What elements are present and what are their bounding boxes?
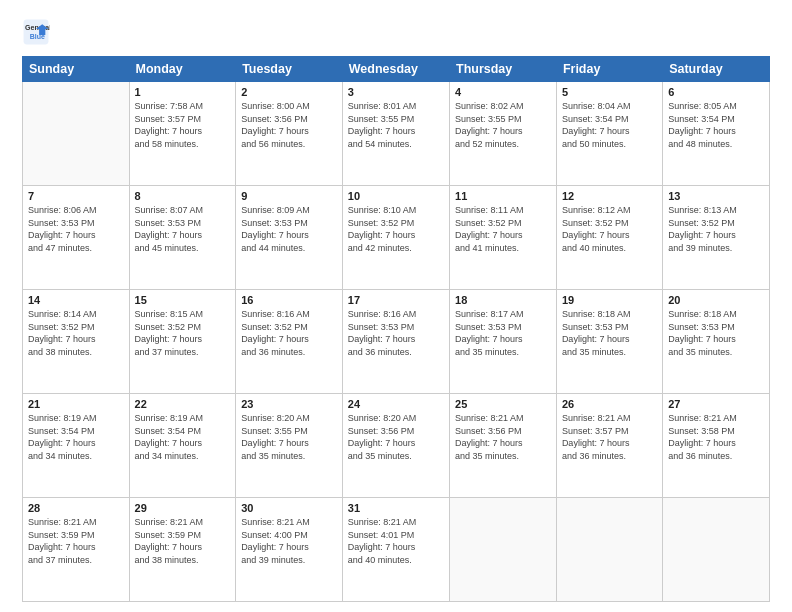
day-info: Sunrise: 8:02 AM Sunset: 3:55 PM Dayligh… — [455, 100, 551, 150]
calendar-cell: 19Sunrise: 8:18 AM Sunset: 3:53 PM Dayli… — [556, 290, 662, 394]
day-number: 17 — [348, 294, 444, 306]
week-row-1: 7Sunrise: 8:06 AM Sunset: 3:53 PM Daylig… — [23, 186, 770, 290]
calendar-cell: 18Sunrise: 8:17 AM Sunset: 3:53 PM Dayli… — [450, 290, 557, 394]
calendar-table: SundayMondayTuesdayWednesdayThursdayFrid… — [22, 56, 770, 602]
weekday-header-saturday: Saturday — [663, 57, 770, 82]
day-number: 4 — [455, 86, 551, 98]
day-info: Sunrise: 8:11 AM Sunset: 3:52 PM Dayligh… — [455, 204, 551, 254]
day-number: 21 — [28, 398, 124, 410]
calendar-cell: 30Sunrise: 8:21 AM Sunset: 4:00 PM Dayli… — [236, 498, 343, 602]
day-info: Sunrise: 8:16 AM Sunset: 3:53 PM Dayligh… — [348, 308, 444, 358]
calendar-cell: 12Sunrise: 8:12 AM Sunset: 3:52 PM Dayli… — [556, 186, 662, 290]
weekday-header-monday: Monday — [129, 57, 236, 82]
day-number: 24 — [348, 398, 444, 410]
day-number: 13 — [668, 190, 764, 202]
weekday-header-thursday: Thursday — [450, 57, 557, 82]
day-info: Sunrise: 8:21 AM Sunset: 3:59 PM Dayligh… — [28, 516, 124, 566]
day-number: 23 — [241, 398, 337, 410]
calendar-cell: 5Sunrise: 8:04 AM Sunset: 3:54 PM Daylig… — [556, 82, 662, 186]
calendar-cell — [450, 498, 557, 602]
logo-icon: General Blue — [22, 18, 50, 46]
weekday-header-sunday: Sunday — [23, 57, 130, 82]
calendar-cell: 28Sunrise: 8:21 AM Sunset: 3:59 PM Dayli… — [23, 498, 130, 602]
week-row-2: 14Sunrise: 8:14 AM Sunset: 3:52 PM Dayli… — [23, 290, 770, 394]
day-number: 12 — [562, 190, 657, 202]
calendar-cell: 14Sunrise: 8:14 AM Sunset: 3:52 PM Dayli… — [23, 290, 130, 394]
day-number: 25 — [455, 398, 551, 410]
calendar-cell: 15Sunrise: 8:15 AM Sunset: 3:52 PM Dayli… — [129, 290, 236, 394]
day-info: Sunrise: 8:07 AM Sunset: 3:53 PM Dayligh… — [135, 204, 231, 254]
day-info: Sunrise: 7:58 AM Sunset: 3:57 PM Dayligh… — [135, 100, 231, 150]
day-number: 14 — [28, 294, 124, 306]
weekday-header-friday: Friday — [556, 57, 662, 82]
calendar-cell: 20Sunrise: 8:18 AM Sunset: 3:53 PM Dayli… — [663, 290, 770, 394]
logo: General Blue — [22, 18, 54, 46]
day-info: Sunrise: 8:18 AM Sunset: 3:53 PM Dayligh… — [562, 308, 657, 358]
weekday-header-wednesday: Wednesday — [342, 57, 449, 82]
calendar-cell: 2Sunrise: 8:00 AM Sunset: 3:56 PM Daylig… — [236, 82, 343, 186]
day-info: Sunrise: 8:20 AM Sunset: 3:56 PM Dayligh… — [348, 412, 444, 462]
weekday-header-tuesday: Tuesday — [236, 57, 343, 82]
calendar-cell — [663, 498, 770, 602]
calendar-cell: 21Sunrise: 8:19 AM Sunset: 3:54 PM Dayli… — [23, 394, 130, 498]
day-number: 11 — [455, 190, 551, 202]
day-number: 1 — [135, 86, 231, 98]
calendar-cell: 22Sunrise: 8:19 AM Sunset: 3:54 PM Dayli… — [129, 394, 236, 498]
day-number: 19 — [562, 294, 657, 306]
calendar-cell: 29Sunrise: 8:21 AM Sunset: 3:59 PM Dayli… — [129, 498, 236, 602]
calendar-cell: 8Sunrise: 8:07 AM Sunset: 3:53 PM Daylig… — [129, 186, 236, 290]
day-info: Sunrise: 8:15 AM Sunset: 3:52 PM Dayligh… — [135, 308, 231, 358]
calendar-cell: 27Sunrise: 8:21 AM Sunset: 3:58 PM Dayli… — [663, 394, 770, 498]
day-number: 9 — [241, 190, 337, 202]
day-number: 15 — [135, 294, 231, 306]
day-number: 16 — [241, 294, 337, 306]
calendar-cell: 11Sunrise: 8:11 AM Sunset: 3:52 PM Dayli… — [450, 186, 557, 290]
header: General Blue — [22, 18, 770, 46]
day-info: Sunrise: 8:05 AM Sunset: 3:54 PM Dayligh… — [668, 100, 764, 150]
week-row-0: 1Sunrise: 7:58 AM Sunset: 3:57 PM Daylig… — [23, 82, 770, 186]
day-number: 30 — [241, 502, 337, 514]
day-info: Sunrise: 8:06 AM Sunset: 3:53 PM Dayligh… — [28, 204, 124, 254]
day-number: 22 — [135, 398, 231, 410]
day-info: Sunrise: 8:09 AM Sunset: 3:53 PM Dayligh… — [241, 204, 337, 254]
day-info: Sunrise: 8:12 AM Sunset: 3:52 PM Dayligh… — [562, 204, 657, 254]
day-info: Sunrise: 8:20 AM Sunset: 3:55 PM Dayligh… — [241, 412, 337, 462]
day-number: 2 — [241, 86, 337, 98]
calendar-cell: 1Sunrise: 7:58 AM Sunset: 3:57 PM Daylig… — [129, 82, 236, 186]
week-row-3: 21Sunrise: 8:19 AM Sunset: 3:54 PM Dayli… — [23, 394, 770, 498]
calendar-cell: 23Sunrise: 8:20 AM Sunset: 3:55 PM Dayli… — [236, 394, 343, 498]
day-info: Sunrise: 8:21 AM Sunset: 3:56 PM Dayligh… — [455, 412, 551, 462]
day-number: 18 — [455, 294, 551, 306]
calendar-cell: 31Sunrise: 8:21 AM Sunset: 4:01 PM Dayli… — [342, 498, 449, 602]
calendar-cell: 4Sunrise: 8:02 AM Sunset: 3:55 PM Daylig… — [450, 82, 557, 186]
calendar-cell: 10Sunrise: 8:10 AM Sunset: 3:52 PM Dayli… — [342, 186, 449, 290]
page: General Blue SundayMondayTuesdayWednesda… — [0, 0, 792, 612]
day-number: 29 — [135, 502, 231, 514]
day-number: 7 — [28, 190, 124, 202]
calendar-cell: 25Sunrise: 8:21 AM Sunset: 3:56 PM Dayli… — [450, 394, 557, 498]
calendar-cell: 7Sunrise: 8:06 AM Sunset: 3:53 PM Daylig… — [23, 186, 130, 290]
calendar-cell — [23, 82, 130, 186]
calendar-cell: 17Sunrise: 8:16 AM Sunset: 3:53 PM Dayli… — [342, 290, 449, 394]
day-info: Sunrise: 8:18 AM Sunset: 3:53 PM Dayligh… — [668, 308, 764, 358]
calendar-cell: 9Sunrise: 8:09 AM Sunset: 3:53 PM Daylig… — [236, 186, 343, 290]
day-number: 26 — [562, 398, 657, 410]
day-number: 10 — [348, 190, 444, 202]
day-info: Sunrise: 8:21 AM Sunset: 3:59 PM Dayligh… — [135, 516, 231, 566]
day-number: 8 — [135, 190, 231, 202]
day-number: 28 — [28, 502, 124, 514]
day-number: 20 — [668, 294, 764, 306]
day-info: Sunrise: 8:21 AM Sunset: 4:01 PM Dayligh… — [348, 516, 444, 566]
day-info: Sunrise: 8:04 AM Sunset: 3:54 PM Dayligh… — [562, 100, 657, 150]
calendar-cell — [556, 498, 662, 602]
week-row-4: 28Sunrise: 8:21 AM Sunset: 3:59 PM Dayli… — [23, 498, 770, 602]
day-number: 27 — [668, 398, 764, 410]
day-info: Sunrise: 8:21 AM Sunset: 4:00 PM Dayligh… — [241, 516, 337, 566]
weekday-header-row: SundayMondayTuesdayWednesdayThursdayFrid… — [23, 57, 770, 82]
day-info: Sunrise: 8:17 AM Sunset: 3:53 PM Dayligh… — [455, 308, 551, 358]
day-info: Sunrise: 8:21 AM Sunset: 3:57 PM Dayligh… — [562, 412, 657, 462]
day-number: 3 — [348, 86, 444, 98]
day-info: Sunrise: 8:16 AM Sunset: 3:52 PM Dayligh… — [241, 308, 337, 358]
calendar-cell: 24Sunrise: 8:20 AM Sunset: 3:56 PM Dayli… — [342, 394, 449, 498]
calendar-cell: 13Sunrise: 8:13 AM Sunset: 3:52 PM Dayli… — [663, 186, 770, 290]
